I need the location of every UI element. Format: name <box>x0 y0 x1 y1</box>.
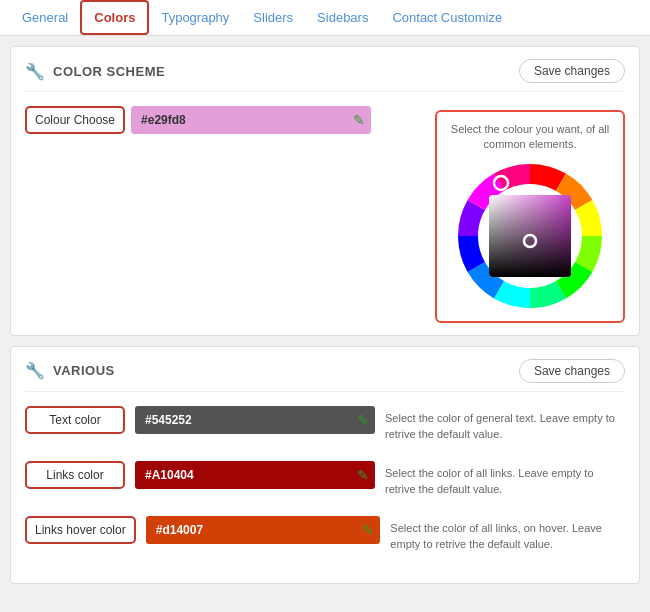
text-color-pencil-icon[interactable]: ✎ <box>357 412 369 428</box>
links-color-pencil-icon[interactable]: ✎ <box>357 467 369 483</box>
colour-choose-left: Colour Choose ✎ <box>25 106 425 134</box>
various-header: 🔧 VARIOUS Save changes <box>25 359 625 392</box>
links-hover-color-button[interactable]: Links hover color <box>25 516 136 544</box>
various-save-button[interactable]: Save changes <box>519 359 625 383</box>
color-scheme-title: COLOR SCHEME <box>53 64 165 79</box>
tab-typography[interactable]: Typography <box>149 2 241 33</box>
nav-tabs: General Colors Typography Sliders Sideba… <box>0 0 650 36</box>
colour-input-wrap: ✎ <box>131 106 371 134</box>
links-color-button[interactable]: Links color <box>25 461 125 489</box>
color-wheel-svg <box>455 161 605 311</box>
various-wrench-icon: 🔧 <box>25 361 45 380</box>
links-hover-color-input-wrap: ✎ <box>146 516 381 544</box>
colour-choose-input[interactable] <box>131 106 371 134</box>
text-color-input-wrap: ✎ <box>135 406 375 434</box>
text-color-button[interactable]: Text color <box>25 406 125 434</box>
links-hover-color-description: Select the color of all links, on hover.… <box>390 516 625 553</box>
picker-description: Select the colour you want, of all commo… <box>447 122 613 153</box>
tab-general[interactable]: General <box>10 2 80 33</box>
various-title-wrap: 🔧 VARIOUS <box>25 361 115 380</box>
text-color-description: Select the color of general text. Leave … <box>385 406 625 443</box>
colour-input-row: Colour Choose ✎ <box>25 106 425 134</box>
color-scheme-header: 🔧 COLOR SCHEME Save changes <box>25 59 625 92</box>
tab-contact[interactable]: Contact Customize <box>380 2 514 33</box>
links-color-description: Select the color of all links. Leave emp… <box>385 461 625 498</box>
links-hover-color-input[interactable] <box>146 516 381 544</box>
wrench-icon: 🔧 <box>25 62 45 81</box>
text-color-row: Text color ✎ Select the color of general… <box>25 406 625 443</box>
pencil-icon[interactable]: ✎ <box>353 112 365 128</box>
color-scheme-save-button[interactable]: Save changes <box>519 59 625 83</box>
links-hover-pencil-icon[interactable]: ✎ <box>362 522 374 538</box>
various-section: 🔧 VARIOUS Save changes Text color ✎ Sele… <box>10 346 640 584</box>
links-color-row: Links color ✎ Select the color of all li… <box>25 461 625 498</box>
section-title-wrap: 🔧 COLOR SCHEME <box>25 62 165 81</box>
various-title: VARIOUS <box>53 363 115 378</box>
color-scheme-section: 🔧 COLOR SCHEME Save changes Colour Choos… <box>10 46 640 336</box>
text-color-input[interactable] <box>135 406 375 434</box>
tab-sliders[interactable]: Sliders <box>241 2 305 33</box>
colour-choose-button[interactable]: Colour Choose <box>25 106 125 134</box>
color-wheel[interactable] <box>455 161 605 311</box>
links-color-input-wrap: ✎ <box>135 461 375 489</box>
links-color-input[interactable] <box>135 461 375 489</box>
links-hover-color-row: Links hover color ✎ Select the color of … <box>25 516 625 553</box>
colour-choose-row: Colour Choose ✎ Select the colour you wa… <box>25 106 625 323</box>
color-picker-panel: Select the colour you want, of all commo… <box>435 110 625 323</box>
tab-sidebars[interactable]: Sidebars <box>305 2 380 33</box>
tab-colors[interactable]: Colors <box>80 0 149 35</box>
